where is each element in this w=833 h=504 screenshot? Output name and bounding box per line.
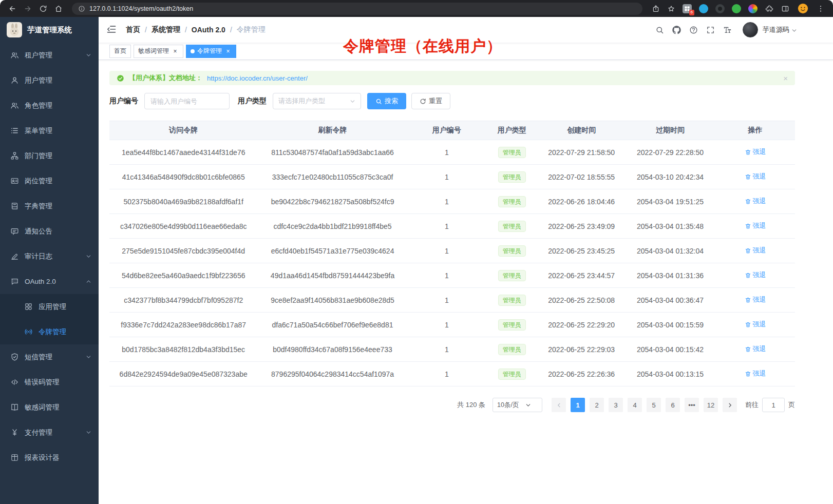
extension-green-icon[interactable] [732, 4, 741, 13]
browser-profile-avatar[interactable] [798, 3, 808, 14]
search-icon[interactable] [651, 22, 668, 38]
cell-user-id: 1 [408, 345, 486, 354]
tab[interactable]: 敏感词管理 [134, 45, 183, 58]
sidebar-item-oauth2[interactable]: OAuth 2.0 [0, 269, 99, 294]
force-logout-button[interactable]: 强退 [745, 295, 766, 304]
site-info-icon[interactable] [78, 5, 85, 12]
user-avatar[interactable] [743, 22, 758, 37]
github-icon[interactable] [668, 22, 685, 38]
chevron-up-icon [86, 279, 91, 284]
prev-page-button[interactable] [552, 398, 566, 412]
page-number-button[interactable]: 6 [666, 398, 680, 412]
cell-user-id: 1 [408, 370, 486, 378]
trash-icon [745, 223, 751, 229]
force-logout-button[interactable]: 强退 [745, 344, 766, 354]
force-logout-button[interactable]: 强退 [745, 246, 766, 255]
sidebar-item-post[interactable]: 岗位管理 [0, 168, 99, 193]
tab[interactable]: 首页 [109, 45, 131, 58]
sidebar-item-menu[interactable]: 菜单管理 [0, 118, 99, 143]
tab[interactable]: 令牌管理 [186, 45, 236, 58]
split-view-button[interactable] [778, 2, 792, 15]
help-icon[interactable] [685, 22, 702, 38]
force-logout-button[interactable]: 强退 [745, 270, 766, 280]
reset-button[interactable]: 重置 [411, 93, 450, 109]
sidebar-fold-icon[interactable] [106, 24, 118, 35]
goto-label: 前往 [745, 400, 759, 410]
reload-button[interactable] [36, 2, 50, 15]
user-type-badge: 管理员 [498, 319, 526, 331]
extension-grid-icon[interactable]: 6 [683, 4, 692, 13]
extension-rainbow-icon[interactable] [748, 4, 758, 13]
force-logout-button[interactable]: 强退 [745, 172, 766, 181]
page-number-button[interactable]: 1 [571, 398, 585, 412]
user-id-input[interactable] [144, 93, 230, 109]
next-page-button[interactable] [723, 398, 737, 412]
sidebar-item-sensitive-word[interactable]: 敏感词管理 [0, 395, 99, 420]
extensions-puzzle-icon[interactable] [765, 4, 774, 13]
tab-close-icon[interactable] [172, 48, 179, 55]
goto-page-input[interactable] [762, 398, 785, 412]
sidebar-item-report-designer[interactable]: 报表设计器 [0, 445, 99, 470]
sidebar-item-oauth2-token[interactable]: 令牌管理 [0, 319, 99, 344]
sidebar-item-error-code[interactable]: 错误码管理 [0, 370, 99, 395]
forward-button[interactable] [21, 2, 35, 15]
sidebar-item-dept[interactable]: 部门管理 [0, 143, 99, 168]
cell-user-id: 1 [408, 173, 486, 181]
cell-user-type: 管理员 [486, 171, 538, 183]
fullscreen-icon[interactable] [702, 22, 719, 38]
force-logout-label: 强退 [753, 197, 766, 206]
page-number-button[interactable]: 2 [590, 398, 604, 412]
app-logo[interactable]: 芋道管理系统 [0, 17, 99, 43]
cell-access-token: f9336e7c7dd242a283ee98dc86b17a87 [109, 321, 257, 329]
back-button[interactable] [5, 2, 20, 15]
menu-item-label: 敏感词管理 [25, 403, 60, 412]
sidebar-item-oauth2-application[interactable]: 应用管理 [0, 294, 99, 319]
breadcrumb-item[interactable]: 系统管理 [140, 25, 180, 34]
force-logout-button[interactable]: 强退 [745, 369, 766, 378]
chevron-down-icon[interactable] [791, 28, 797, 33]
page-size-select[interactable]: 10条/页 [493, 398, 542, 412]
page-number-button[interactable]: 5 [647, 398, 661, 412]
extension-blue-icon[interactable] [699, 4, 708, 13]
sidebar-item-dict[interactable]: 字典管理 [0, 193, 99, 219]
breadcrumb: 首页系统管理OAuth 2.0令牌管理 [126, 25, 266, 34]
cell-refresh-token: cdfc4ce9c2da4bb1bdf21b9918ff4be5 [257, 222, 407, 230]
home-button[interactable] [51, 2, 66, 15]
sidebar-item-notice[interactable]: 通知公告 [0, 219, 99, 244]
pagination-ellipsis[interactable]: ••• [685, 398, 699, 412]
force-logout-button[interactable]: 强退 [745, 320, 766, 329]
user-type-select[interactable]: 请选择用户类型 [273, 93, 361, 109]
doc-link[interactable]: https://doc.iocoder.cn/user-center/ [207, 74, 308, 82]
sidebar-item-audit-log[interactable]: 审计日志 [0, 244, 99, 269]
force-logout-button[interactable]: 强退 [745, 197, 766, 206]
sidebar-item-pay[interactable]: 支付管理 [0, 420, 99, 445]
sidebar-item-role[interactable]: 角色管理 [0, 93, 99, 118]
sidebar-item-tenant[interactable]: 租户管理 [0, 43, 99, 68]
breadcrumb-item[interactable]: OAuth 2.0 [180, 26, 225, 34]
tab-close-icon[interactable] [224, 48, 232, 55]
share-button[interactable] [649, 2, 663, 15]
alert-close-icon[interactable] [783, 74, 788, 82]
column-header: 刷新令牌 [257, 126, 407, 135]
chevron-down-icon [86, 430, 91, 435]
force-logout-button[interactable]: 强退 [745, 147, 766, 157]
username[interactable]: 芋道源码 [763, 25, 789, 34]
page-number-button[interactable]: 4 [628, 398, 642, 412]
extension-dark-icon[interactable] [715, 4, 725, 13]
table-row: 275e5de9151045fe87cbdc395e004f4d e6cfd40… [109, 239, 795, 263]
cell-user-id: 1 [408, 247, 486, 255]
search-button[interactable]: 搜索 [367, 93, 406, 109]
font-size-icon[interactable] [719, 22, 736, 38]
page-number-button[interactable]: 12 [704, 398, 718, 412]
browser-menu-button[interactable] [813, 2, 828, 15]
bookmark-star-button[interactable] [664, 2, 678, 15]
address-bar[interactable]: 127.0.0.1:1024/system/oauth2/token [72, 3, 642, 15]
navbar-tools: 芋道源码 [651, 22, 797, 38]
page-number-button[interactable]: 3 [609, 398, 623, 412]
breadcrumb-item[interactable]: 首页 [126, 25, 140, 34]
sidebar-item-sms[interactable]: 短信管理 [0, 344, 99, 370]
cell-user-type: 管理员 [486, 196, 538, 207]
force-logout-button[interactable]: 强退 [745, 221, 766, 230]
table-row: 6d842e2924594de9a09e45e087323abe 8796295… [109, 362, 795, 386]
sidebar-item-user[interactable]: 用户管理 [0, 68, 99, 93]
